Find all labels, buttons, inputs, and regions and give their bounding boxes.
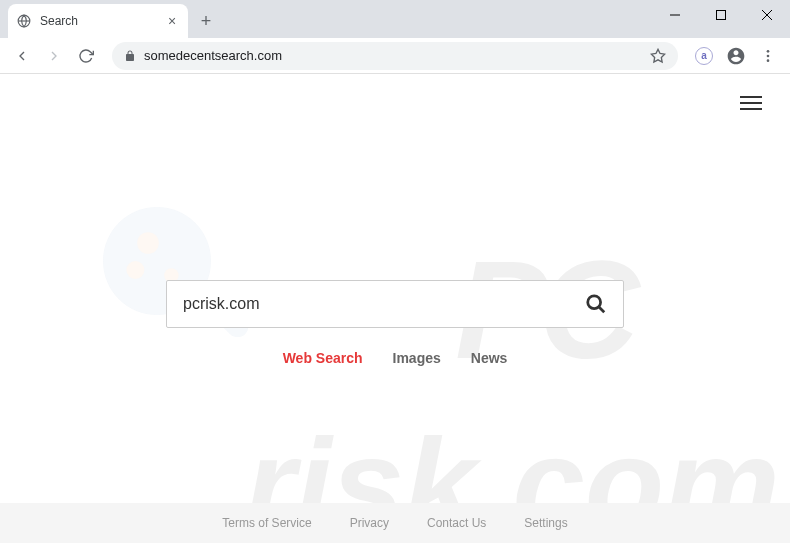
profile-icon[interactable] [722,42,750,70]
url-text: somedecentsearch.com [144,48,642,63]
search-area: Web SearchImagesNews [0,74,790,366]
footer-link-privacy[interactable]: Privacy [350,516,389,530]
svg-point-8 [767,54,770,57]
search-tab-web-search[interactable]: Web Search [283,350,363,366]
search-input[interactable] [183,295,585,313]
footer-link-settings[interactable]: Settings [524,516,567,530]
svg-line-16 [599,307,605,313]
svg-point-15 [588,296,601,309]
minimize-button[interactable] [652,0,698,30]
reload-button[interactable] [72,42,100,70]
globe-icon [16,13,32,29]
search-box [166,280,624,328]
forward-button[interactable] [40,42,68,70]
svg-point-9 [767,59,770,62]
svg-marker-6 [651,49,664,62]
svg-rect-3 [717,11,726,20]
page-content: PC risk.com Web SearchImagesNews Terms o… [0,74,790,543]
maximize-button[interactable] [698,0,744,30]
footer-link-terms-of-service[interactable]: Terms of Service [222,516,311,530]
footer-link-contact-us[interactable]: Contact Us [427,516,486,530]
browser-toolbar: somedecentsearch.com a [0,38,790,74]
search-tabs: Web SearchImagesNews [283,350,508,366]
search-tab-images[interactable]: Images [393,350,441,366]
back-button[interactable] [8,42,36,70]
search-icon[interactable] [585,293,607,315]
close-icon[interactable]: × [164,13,180,29]
svg-point-7 [767,50,770,53]
lock-icon [124,50,136,62]
new-tab-button[interactable]: + [192,7,220,35]
tab-title: Search [40,14,156,28]
browser-menu-icon[interactable] [754,42,782,70]
footer: Terms of ServicePrivacyContact UsSetting… [0,503,790,543]
browser-tab[interactable]: Search × [8,4,188,38]
star-icon[interactable] [650,48,666,64]
close-window-button[interactable] [744,0,790,30]
search-tab-news[interactable]: News [471,350,508,366]
window-titlebar: Search × + [0,0,790,38]
window-controls [652,0,790,30]
extension-icon[interactable]: a [690,42,718,70]
address-bar[interactable]: somedecentsearch.com [112,42,678,70]
hamburger-menu-icon[interactable] [740,92,762,114]
